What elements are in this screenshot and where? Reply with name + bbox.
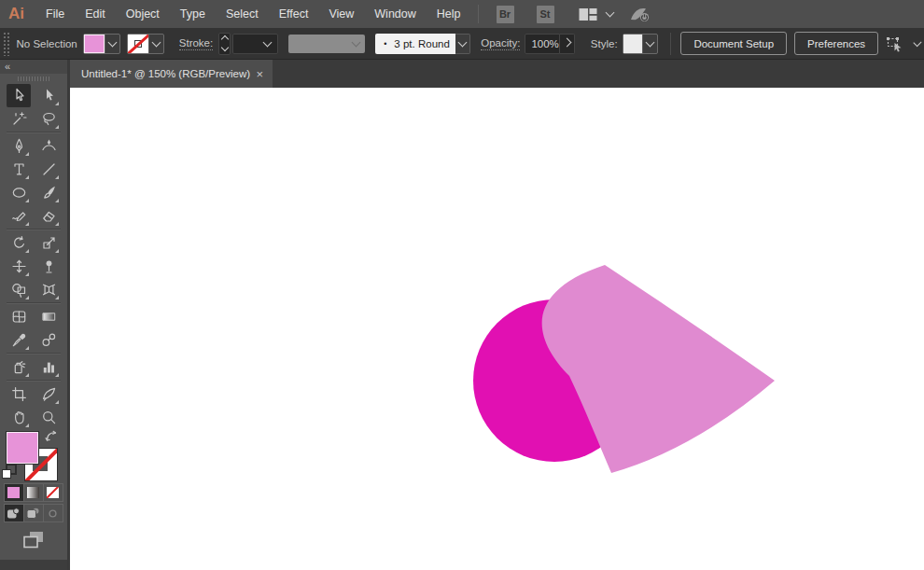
style-dropdown[interactable] xyxy=(623,34,658,54)
tool-hand[interactable] xyxy=(7,406,31,429)
bridge-button[interactable]: Br xyxy=(497,6,514,23)
tool-lasso[interactable] xyxy=(36,107,61,131)
opacity-field[interactable]: 100% xyxy=(525,34,559,54)
tool-direct-selection[interactable] xyxy=(36,84,61,107)
menu-item-file[interactable]: File xyxy=(35,0,75,28)
brush-definition-field[interactable]: • 3 pt. Round xyxy=(375,34,455,54)
tool-shaper[interactable] xyxy=(7,204,31,228)
tool-slice[interactable] xyxy=(36,382,61,406)
style-swatch[interactable] xyxy=(623,35,642,53)
stroke-chevron-icon[interactable] xyxy=(148,35,163,53)
stock-button[interactable]: St xyxy=(537,6,554,23)
tools-panel-footer xyxy=(0,560,67,570)
tools-panel-header: « xyxy=(0,60,67,74)
draw-normal-button[interactable] xyxy=(4,504,24,522)
workspace-chevron-icon[interactable] xyxy=(605,8,614,18)
menu-item-select[interactable]: Select xyxy=(216,0,269,28)
tools-panel-grip[interactable] xyxy=(0,74,67,84)
menu-bar: Ai FileEditObjectTypeSelectEffectViewWin… xyxy=(0,0,924,28)
tool-width[interactable] xyxy=(7,255,31,278)
tool-blend[interactable] xyxy=(36,328,61,352)
tool-pen[interactable] xyxy=(7,134,31,158)
opacity-panel-link[interactable]: Opacity: xyxy=(481,37,520,50)
menu-item-effect[interactable]: Effect xyxy=(269,0,319,28)
tool-magic-wand[interactable] xyxy=(7,107,31,131)
panel-grip-icon[interactable] xyxy=(3,32,9,56)
fill-color-dropdown[interactable] xyxy=(83,34,120,54)
tool-rotate[interactable] xyxy=(7,231,31,255)
brush-chevron-icon[interactable] xyxy=(455,34,470,54)
draw-behind-button[interactable] xyxy=(23,504,44,522)
menu-item-type[interactable]: Type xyxy=(170,0,216,28)
draw-inside-button xyxy=(43,504,63,522)
style-label: Style: xyxy=(591,38,618,49)
fill-color-swatch[interactable] xyxy=(84,35,105,53)
menu-item-window[interactable]: Window xyxy=(364,0,426,28)
document-tab[interactable]: Untitled-1* @ 150% (RGB/Preview) × xyxy=(70,60,273,88)
tool-perspective-grid[interactable] xyxy=(36,278,61,301)
width-profile-chevron-icon xyxy=(352,37,361,47)
fill-chevron-icon[interactable] xyxy=(105,35,119,53)
brush-definition-value: 3 pt. Round xyxy=(394,38,449,49)
tool-eyedropper[interactable] xyxy=(7,328,31,352)
tool-ellipse[interactable] xyxy=(7,181,31,204)
preferences-button[interactable]: Preferences xyxy=(794,32,878,55)
artboard-canvas[interactable] xyxy=(70,88,924,570)
select-similar-icon[interactable] xyxy=(886,35,905,52)
cc-sync-icon[interactable] xyxy=(628,6,651,23)
tool-group-divider xyxy=(7,380,61,382)
document-setup-button[interactable]: Document Setup xyxy=(680,32,787,55)
tool-zoom[interactable] xyxy=(36,406,61,429)
stroke-weight-stepper[interactable] xyxy=(218,33,231,55)
tool-group-divider xyxy=(7,302,61,304)
brush-definition-dropdown[interactable]: • 3 pt. Round xyxy=(375,34,470,54)
tool-selection[interactable] xyxy=(7,84,31,107)
menu-item-help[interactable]: Help xyxy=(427,0,471,28)
control-bar: No Selection Stroke: • 3 pt. Round Opaci… xyxy=(0,28,924,60)
tool-gradient[interactable] xyxy=(36,305,61,328)
menu-item-edit[interactable]: Edit xyxy=(75,0,116,28)
collapse-panel-icon[interactable]: « xyxy=(5,62,10,72)
tool-curvature[interactable] xyxy=(36,134,61,158)
document-tab-title: Untitled-1* @ 150% (RGB/Preview) xyxy=(81,68,256,79)
tools-grid xyxy=(0,84,67,429)
document-tab-bar: Untitled-1* @ 150% (RGB/Preview) × xyxy=(70,60,924,88)
tool-shape-builder[interactable] xyxy=(7,278,31,301)
tool-mesh[interactable] xyxy=(7,305,31,328)
stroke-panel-link[interactable]: Stroke: xyxy=(179,37,213,50)
brush-preview-dot: • xyxy=(384,39,386,49)
tool-artboard[interactable] xyxy=(7,382,31,406)
opacity-value: 100% xyxy=(531,38,558,49)
color-button[interactable] xyxy=(4,483,24,502)
stroke-weight-chevron-icon[interactable] xyxy=(263,37,273,47)
stroke-none-swatch[interactable] xyxy=(128,35,148,53)
tool-symbol-sprayer[interactable] xyxy=(7,355,31,379)
menu-item-view[interactable]: View xyxy=(318,0,364,28)
stroke-color-dropdown[interactable] xyxy=(127,34,164,54)
gradient-button[interactable] xyxy=(23,483,44,502)
tool-puppet-warp[interactable] xyxy=(36,255,61,278)
none-button[interactable] xyxy=(43,483,63,502)
tool-paintbrush[interactable] xyxy=(36,181,61,204)
tool-column-graph[interactable] xyxy=(36,355,61,379)
controlbar-separator xyxy=(670,33,671,55)
style-chevron-icon[interactable] xyxy=(642,35,657,53)
stroke-weight-dropdown[interactable] xyxy=(232,34,278,54)
artwork-svg xyxy=(70,88,924,570)
tool-eraser[interactable] xyxy=(36,204,61,228)
menu-item-object[interactable]: Object xyxy=(116,0,170,28)
change-screen-mode-icon[interactable] xyxy=(0,529,67,549)
tool-line-segment[interactable] xyxy=(36,158,61,181)
select-similar-chevron-icon[interactable] xyxy=(913,37,921,46)
tool-group-divider xyxy=(7,353,61,355)
opacity-next-icon[interactable] xyxy=(560,34,575,54)
selection-status: No Selection xyxy=(17,38,77,49)
workspace-switcher-icon[interactable] xyxy=(579,7,597,21)
fill-color-indicator[interactable] xyxy=(6,431,39,465)
default-fill-stroke-icon[interactable] xyxy=(2,464,17,479)
tool-scale[interactable] xyxy=(36,231,61,255)
tab-close-icon[interactable]: × xyxy=(256,68,263,80)
tool-type[interactable] xyxy=(7,158,31,181)
swap-fill-stroke-icon[interactable] xyxy=(45,429,59,446)
tool-group-divider xyxy=(7,229,61,230)
